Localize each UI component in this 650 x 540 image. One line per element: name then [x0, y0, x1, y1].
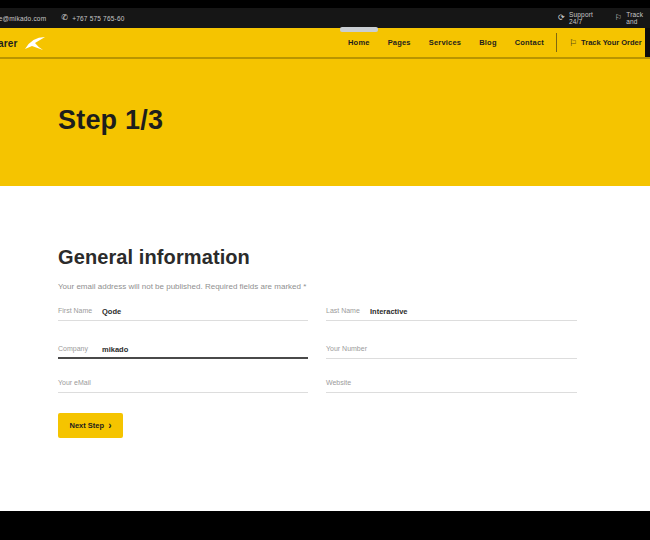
topbar-contact-group: le@mikado.com ✆ +767 575 765-60 — [0, 8, 125, 28]
nav-item-pages[interactable]: Pages — [388, 38, 411, 47]
company-value: mikado — [102, 345, 128, 354]
last-name-label: Last Name — [326, 307, 360, 314]
page: le@mikado.com ✆ +767 575 765-60 ⟳ Suppor… — [0, 0, 650, 540]
site-logo[interactable]: arer — [0, 35, 46, 52]
nav-item-contact[interactable]: Contact — [515, 38, 544, 47]
top-black-strip — [0, 0, 650, 8]
nav-item-services[interactable]: Services — [429, 38, 461, 47]
next-step-button[interactable]: Next Step › — [58, 413, 123, 438]
section-title: General information — [58, 246, 250, 269]
company-label: Company — [58, 345, 88, 352]
flag-icon: ⚐ — [615, 14, 622, 22]
first-name-value: Qode — [102, 307, 121, 316]
company-field[interactable]: Company mikado — [58, 344, 308, 359]
your-email-field[interactable]: Your eMail — [58, 378, 308, 393]
next-step-label: Next Step — [70, 421, 105, 430]
nav-item-home[interactable]: Home — [348, 38, 370, 47]
page-title: Step 1/3 — [58, 105, 163, 136]
section-note: Your email address will not be published… — [58, 282, 306, 291]
topbar-support-group: ⟳ Support 24/7 ⚐ Track and — [558, 8, 650, 28]
scroll-indicator — [340, 27, 378, 32]
phone-icon: ✆ — [61, 14, 68, 22]
flag-icon: ⚐ — [569, 38, 577, 48]
last-name-field[interactable]: Last Name Interactive — [326, 306, 577, 321]
track-and-link[interactable]: Track and — [626, 11, 650, 25]
your-number-label: Your Number — [326, 345, 367, 352]
last-name-value: Interactive — [370, 307, 408, 316]
track-your-order-link[interactable]: ⚐ Track Your Order — [569, 28, 642, 57]
website-field[interactable]: Website — [326, 378, 577, 393]
your-email-label: Your eMail — [58, 379, 91, 386]
navbar-right-edge — [645, 28, 650, 57]
support-label: Support 24/7 — [569, 11, 600, 25]
logo-swoosh-icon — [24, 35, 46, 52]
track-order-label: Track Your Order — [581, 38, 642, 47]
nav-divider — [556, 33, 557, 52]
phone-link[interactable]: +767 575 765-60 — [72, 15, 124, 22]
hero-banner: Step 1/3 — [0, 59, 650, 187]
nav-item-blog[interactable]: Blog — [479, 38, 496, 47]
first-name-label: First Name — [58, 307, 92, 314]
first-name-field[interactable]: First Name Qode — [58, 306, 308, 321]
website-label: Website — [326, 379, 351, 386]
email-link[interactable]: le@mikado.com — [0, 15, 46, 22]
your-number-field[interactable]: Your Number — [326, 344, 577, 359]
info-topbar: le@mikado.com ✆ +767 575 765-60 ⟳ Suppor… — [0, 8, 650, 28]
footer-black-bar — [0, 511, 650, 540]
logo-text: arer — [0, 38, 18, 49]
nav-menu: Home Pages Services Blog Contact — [348, 28, 544, 57]
chevron-right-icon: › — [108, 421, 111, 431]
main-navbar: arer Home Pages Services Blog Contact ⚐ … — [0, 28, 650, 57]
support-sync-icon: ⟳ — [558, 14, 565, 22]
